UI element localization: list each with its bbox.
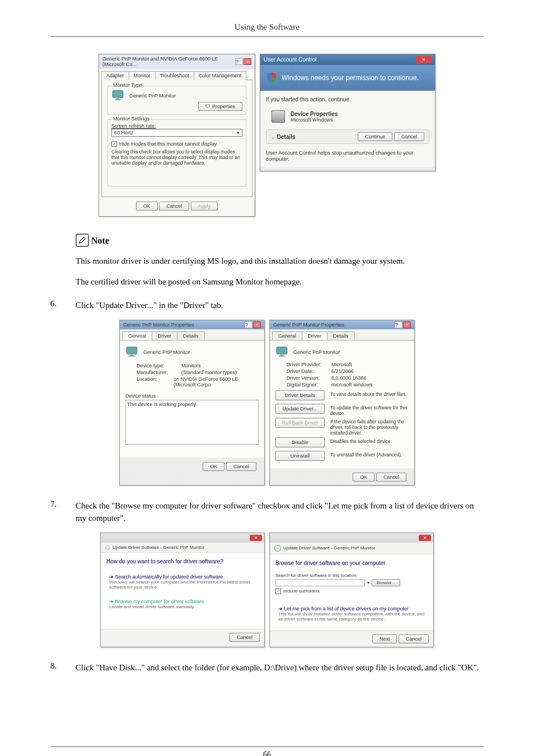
wizard-heading: Browse for driver software on your compu…	[275, 560, 428, 566]
svg-rect-3	[127, 347, 137, 354]
cancel-button[interactable]: Cancel	[394, 132, 424, 141]
chevron-down-icon[interactable]: ⌄	[271, 134, 275, 140]
search-location-label: Search for driver software in this locat…	[275, 573, 428, 578]
tab-adapter[interactable]: Adapter	[101, 71, 129, 80]
device-properties-label: Device Properties	[291, 111, 338, 117]
tab-driver[interactable]: Driver	[302, 332, 327, 340]
location-label: Location:	[137, 376, 174, 388]
back-icon[interactable]: ◯	[105, 545, 110, 550]
close-icon[interactable]: ×	[243, 58, 251, 65]
tab-general[interactable]: General	[122, 332, 152, 340]
manufacturer-value: (Standard monitor types)	[181, 370, 237, 375]
dialog-titlebar: Generic PnP Monitor and NVIDIA GeForce 6…	[99, 54, 255, 69]
svg-rect-2	[115, 99, 121, 100]
generic-pnp-label: Generic PnP Monitor	[143, 349, 190, 355]
refresh-rate-select[interactable]: 60 Hertz ▾	[111, 129, 242, 137]
close-icon[interactable]: ✕	[416, 56, 432, 63]
disable-button[interactable]: Disable	[275, 437, 325, 447]
provider-value: Microsoft	[331, 362, 352, 367]
opt1-desc: Windows will search your computer and th…	[109, 580, 256, 590]
option-browse-computer[interactable]: ➜ Browse my computer for driver software…	[106, 596, 259, 612]
cancel-button[interactable]: Cancel	[229, 633, 260, 642]
browse-button[interactable]: Browse...	[372, 579, 400, 586]
breadcrumb: Update Driver Software - Generic PnP Mon…	[113, 545, 204, 550]
device-type-value: Monitors	[181, 363, 201, 368]
svg-rect-0	[113, 91, 123, 98]
svg-rect-5	[129, 356, 135, 357]
step-8-number: 8.	[50, 661, 76, 674]
continue-button[interactable]: Continue	[358, 132, 392, 141]
dialog-titlebar: Generic PnP Monitor Properties ?×	[270, 320, 414, 329]
chevron-down-icon: ▾	[237, 130, 240, 136]
tab-general[interactable]: General	[272, 332, 302, 340]
tab-details[interactable]: Details	[177, 332, 205, 340]
ok-button[interactable]: OK	[203, 462, 224, 471]
version-value: 6.0.6000.16386	[331, 375, 367, 381]
details-link[interactable]: Details	[277, 134, 296, 140]
tab-color-management[interactable]: Color Management	[194, 71, 247, 80]
monitor-icon	[111, 90, 126, 102]
svg-rect-7	[280, 354, 283, 356]
location-input[interactable]	[275, 579, 365, 586]
properties-driver-dialog: Generic PnP Monitor Properties ?× Genera…	[269, 320, 415, 486]
monitor-settings-label: Monitor Settings	[111, 116, 151, 122]
refresh-rate-label: Screen refresh rate:	[111, 123, 242, 129]
page-number: 66	[263, 750, 271, 756]
device-status-text: This device is working properly.	[127, 402, 197, 407]
screenshot-row-3: ✕ ◯ Update Driver Software - Generic PnP…	[50, 533, 484, 647]
signer-value: microsoft windows	[331, 382, 373, 388]
tab-monitor[interactable]: Monitor	[129, 71, 156, 80]
uninstall-button[interactable]: Uninstall	[275, 451, 325, 461]
option-let-me-pick[interactable]: ➜ Let me pick from a list of device driv…	[275, 603, 428, 624]
cancel-button[interactable]: Cancel	[159, 202, 189, 211]
back-icon[interactable]: ←	[274, 545, 281, 552]
close-icon[interactable]: ✕	[250, 535, 262, 541]
ok-button[interactable]: OK	[353, 473, 374, 482]
uninstall-desc: To uninstall the driver (Advanced).	[330, 449, 409, 458]
step-8-text: Click "Have Disk..." and select the fold…	[76, 661, 484, 674]
note-label: Note	[91, 236, 109, 245]
close-icon[interactable]: ×	[403, 321, 411, 328]
monitor-type-label: Monitor Type	[111, 82, 144, 88]
close-icon[interactable]: ×	[253, 321, 261, 328]
tab-details[interactable]: Details	[327, 332, 355, 340]
wizard-heading: How do you want to search for driver sof…	[106, 558, 259, 564]
help-icon[interactable]: ?	[245, 321, 252, 328]
cancel-button[interactable]: Cancel	[399, 634, 429, 643]
uac-prompt: If you started this action, continue.	[266, 96, 429, 102]
help-icon[interactable]: ?	[235, 58, 243, 65]
next-button[interactable]: Next	[372, 634, 397, 643]
cancel-button[interactable]: Cancel	[226, 462, 256, 471]
update-driver-wizard-a: ✕ ◯ Update Driver Software - Generic PnP…	[100, 533, 265, 647]
device-status-label: Device status	[125, 393, 259, 399]
tab-troubleshoot[interactable]: Troubleshoot	[155, 71, 194, 80]
rollback-driver-desc: If the device fails after updating the d…	[330, 416, 409, 436]
close-icon[interactable]: ✕	[419, 535, 431, 541]
option-search-auto[interactable]: ➜ Search automatically for updated drive…	[106, 571, 259, 592]
monitor-icon	[275, 346, 290, 358]
chevron-down-icon[interactable]: ▾	[367, 580, 369, 585]
help-icon[interactable]: ?	[395, 321, 402, 328]
step-6-text: Click "Update Driver..." in the "Driver"…	[76, 299, 484, 312]
driver-details-button[interactable]: Driver Details	[275, 390, 325, 400]
dialog-title-text: Generic PnP Monitor Properties	[273, 322, 344, 328]
properties-btn-label: Properties	[212, 104, 235, 109]
uac-dialog: User Account Control ✕ Windows needs you…	[260, 54, 435, 171]
note-paragraph-2: The certified driver will be posted on S…	[76, 276, 484, 288]
step-6-number: 6.	[50, 299, 76, 312]
step-7-number: 7.	[50, 500, 76, 525]
rollback-driver-button[interactable]: Roll Back Driver	[275, 418, 325, 428]
svg-rect-1	[116, 99, 119, 100]
tab-driver[interactable]: Driver	[152, 332, 177, 340]
hide-modes-checkbox[interactable]: ✓	[111, 141, 117, 147]
update-driver-desc: To update the driver software for this d…	[330, 402, 409, 416]
include-subfolders-label: Include subfolders	[283, 589, 320, 594]
device-type-label: Device type:	[137, 363, 181, 368]
shield-icon	[266, 72, 277, 84]
cancel-button[interactable]: Cancel	[376, 473, 406, 482]
monitor-properties-button[interactable]: 🛡 Properties	[198, 102, 242, 111]
include-subfolders-checkbox[interactable]: ✓	[275, 589, 281, 594]
update-driver-button[interactable]: Update Driver...	[275, 404, 325, 414]
apply-button[interactable]: Apply	[191, 202, 218, 211]
ok-button[interactable]: OK	[136, 202, 158, 211]
